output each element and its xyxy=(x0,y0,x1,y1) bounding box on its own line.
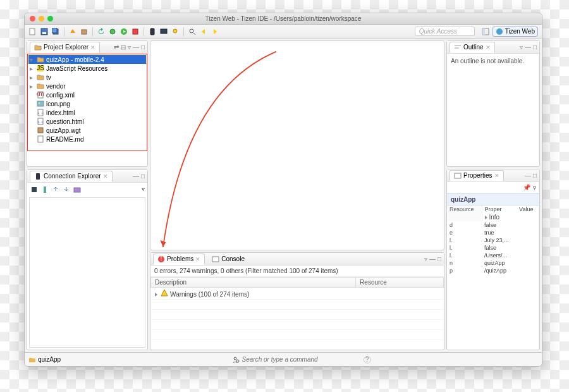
emulator-mgr-icon[interactable] xyxy=(30,185,39,194)
view-menu-icon[interactable]: ▿ xyxy=(533,184,536,191)
remote-device-icon[interactable] xyxy=(40,185,49,194)
col-description[interactable]: Description xyxy=(151,278,356,288)
tab-project-explorer[interactable]: Project Explorer ✕ xyxy=(30,42,100,53)
tree-item[interactable]: README.md xyxy=(28,135,146,144)
debug-icon[interactable] xyxy=(108,27,117,36)
expand-icon[interactable] xyxy=(485,216,487,219)
property-row[interactable]: dfalse xyxy=(447,221,539,229)
editor-area[interactable] xyxy=(150,40,444,250)
expand-icon[interactable]: ▸ xyxy=(30,83,35,90)
svg-rect-34 xyxy=(455,47,459,49)
tree-root[interactable]: ▾ quizApp - mobile-2.4 xyxy=(28,55,146,64)
tree-label: question.html xyxy=(46,118,83,125)
tab-outline[interactable]: Outline ✕ xyxy=(450,42,495,53)
property-row[interactable]: l.false xyxy=(447,244,539,252)
svg-rect-2 xyxy=(42,32,46,34)
expand-icon[interactable]: ▾ xyxy=(30,56,35,63)
property-row[interactable]: p/quizApp xyxy=(447,267,539,274)
save-icon[interactable] xyxy=(40,27,49,36)
left-column: Project Explorer ✕ ⇄ ⊟ ▿ — □ ▾ xyxy=(27,40,148,350)
perspective-tizen-web[interactable]: Tizen Web xyxy=(493,27,538,37)
view-menu-icon[interactable]: ▿ xyxy=(520,44,523,51)
folder-icon xyxy=(37,82,44,90)
tree-item[interactable]: question.html xyxy=(28,117,146,126)
close-icon[interactable]: ✕ xyxy=(103,173,108,180)
expand-icon[interactable]: ▸ xyxy=(30,65,35,72)
tree-item[interactable]: xmlconfig.xml xyxy=(28,90,146,99)
save-all-icon[interactable] xyxy=(51,27,60,36)
link-editor-icon[interactable]: ⇄ xyxy=(114,44,119,51)
pin-icon[interactable]: 📌 xyxy=(523,184,530,191)
svg-point-21 xyxy=(39,102,40,104)
property-row[interactable]: l.July 23,... xyxy=(447,236,539,244)
status-project: quizApp xyxy=(28,356,61,364)
open-perspective-icon[interactable] xyxy=(481,27,490,36)
package-icon[interactable] xyxy=(80,27,89,36)
svg-rect-28 xyxy=(44,187,46,193)
tab-problems[interactable]: ! Problems ✕ xyxy=(153,254,205,265)
tree-item[interactable]: icon.png xyxy=(28,99,146,108)
help-icon[interactable]: ? xyxy=(364,356,371,364)
tree-item[interactable]: index.html xyxy=(28,108,146,117)
expand-icon[interactable] xyxy=(155,293,157,297)
close-icon[interactable]: ✕ xyxy=(486,44,491,51)
collapse-all-icon[interactable]: ⊟ xyxy=(121,44,126,51)
tab-connection-explorer[interactable]: Connection Explorer ✕ xyxy=(30,171,113,182)
prop-value: quizApp xyxy=(482,259,517,267)
maximize-view-icon[interactable]: □ xyxy=(437,255,441,262)
pull-icon[interactable] xyxy=(62,185,71,194)
prop-key: p xyxy=(447,267,482,274)
tree-item[interactable]: ▸JSJavaScript Resources xyxy=(28,64,146,73)
tree-item[interactable]: ▸tv xyxy=(28,73,146,82)
ext-tools-icon[interactable] xyxy=(131,27,140,36)
tree-item[interactable]: quizApp.wgt xyxy=(28,126,146,135)
expand-icon[interactable]: ▸ xyxy=(30,74,35,81)
maximize-view-icon[interactable]: □ xyxy=(141,44,145,51)
close-icon[interactable]: ✕ xyxy=(494,173,499,179)
minimize-view-icon[interactable]: — xyxy=(525,172,531,179)
screenshot-icon[interactable] xyxy=(73,185,82,194)
maximize-view-icon[interactable]: □ xyxy=(533,172,537,179)
minimize-view-icon[interactable]: — xyxy=(133,44,139,51)
workbench: Project Explorer ✕ ⇄ ⊟ ▿ — □ ▾ xyxy=(25,39,542,352)
ide-window: Tizen Web - Tizen IDE - /Users/pabloin/t… xyxy=(24,13,542,367)
command-input[interactable] xyxy=(242,356,356,363)
property-category[interactable]: Resource xyxy=(447,205,482,221)
view-menu-icon[interactable]: ▿ xyxy=(142,185,145,194)
minimize-view-icon[interactable]: — xyxy=(429,255,436,262)
maximize-view-icon[interactable]: □ xyxy=(533,44,537,51)
back-icon[interactable] xyxy=(199,27,208,36)
maximize-view-icon[interactable]: □ xyxy=(141,173,145,180)
view-header: Properties ✕ — □ xyxy=(447,169,539,182)
quick-access-input[interactable]: Quick Access xyxy=(415,27,475,36)
forward-icon[interactable] xyxy=(211,27,219,36)
search-icon[interactable] xyxy=(188,27,197,36)
build-icon[interactable] xyxy=(68,27,77,36)
minimize-view-icon[interactable]: — xyxy=(133,173,139,180)
tab-properties[interactable]: Properties ✕ xyxy=(450,170,504,181)
device-icon[interactable] xyxy=(148,27,157,36)
svg-rect-20 xyxy=(37,101,44,106)
certificate-icon[interactable] xyxy=(171,27,180,36)
info-group[interactable]: Info xyxy=(489,214,500,221)
view-tools: ▿ — □ xyxy=(424,255,441,262)
table-row[interactable]: Warnings (100 of 274 items) xyxy=(151,288,444,300)
tree-item[interactable]: ▸vendor xyxy=(28,82,146,90)
prop-value: /quizApp xyxy=(482,267,517,274)
property-row[interactable]: l./Users/... xyxy=(447,252,539,259)
tab-console[interactable]: Console xyxy=(207,254,249,265)
close-icon[interactable]: ✕ xyxy=(195,256,200,262)
refresh-icon[interactable] xyxy=(97,27,106,36)
emulator-icon[interactable] xyxy=(159,27,168,36)
view-menu-icon[interactable]: ▿ xyxy=(424,255,427,262)
push-icon[interactable] xyxy=(51,185,60,194)
run-icon[interactable] xyxy=(119,27,128,36)
col-resource[interactable]: Resource xyxy=(356,278,444,288)
connection-tree[interactable] xyxy=(29,197,145,348)
view-menu-icon[interactable]: ▿ xyxy=(128,44,131,51)
close-icon[interactable]: ✕ xyxy=(90,44,95,51)
minimize-view-icon[interactable]: — xyxy=(525,44,531,51)
property-row[interactable]: nquizApp xyxy=(447,259,539,267)
new-icon[interactable] xyxy=(28,27,37,36)
property-row[interactable]: etrue xyxy=(447,229,539,236)
